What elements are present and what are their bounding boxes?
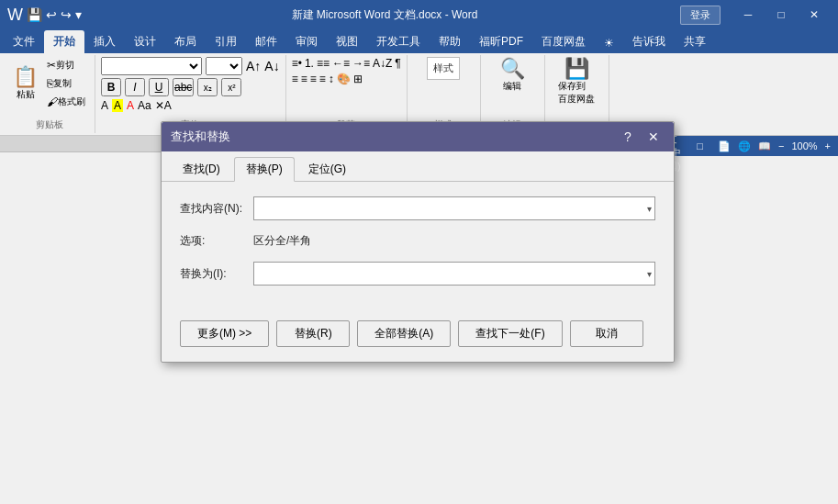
clear-format-icon[interactable]: ✕A (155, 99, 172, 112)
bold-button[interactable]: B (101, 78, 121, 96)
tab-share[interactable]: 共享 (675, 30, 715, 53)
tab-sun[interactable]: ☀ (595, 33, 623, 53)
strikethrough-button[interactable]: abc (173, 78, 194, 96)
multilevel-icon[interactable]: ≡≡ (317, 57, 330, 70)
dialog-close-button[interactable]: ✕ (642, 128, 665, 146)
find-content-input[interactable] (253, 196, 655, 220)
zoom-out-icon[interactable]: − (778, 140, 784, 151)
borders-icon[interactable]: ⊞ (353, 73, 363, 85)
copy-button[interactable]: ⎘复制 (43, 75, 89, 92)
login-button[interactable]: 登录 (680, 6, 721, 25)
maximize-button[interactable]: □ (765, 0, 798, 29)
cut-button[interactable]: ✂剪切 (43, 57, 89, 73)
replace-row: 替换为(I): ▾ (180, 262, 655, 286)
shrink-font-icon[interactable]: A↓ (264, 59, 279, 73)
tab-home[interactable]: 开始 (44, 30, 84, 53)
justify-icon[interactable]: ≡ (319, 73, 326, 85)
font-size-aa[interactable]: Aa (138, 99, 151, 112)
tab-layout[interactable]: 布局 (165, 30, 206, 53)
align-left-icon[interactable]: ≡ (292, 73, 298, 85)
find-next-button[interactable]: 查找下一处(F) (458, 320, 562, 347)
decrease-indent-icon[interactable]: ←≡ (332, 57, 350, 70)
customize-icon[interactable]: ▾ (75, 7, 82, 22)
bullets-icon[interactable]: ≡• (292, 57, 302, 70)
dialog-tab-find[interactable]: 查找(D) (171, 157, 232, 182)
copy-label: 复制 (53, 77, 72, 90)
baidu-save-button[interactable]: 💾 保存到百度网盘 (554, 57, 598, 107)
save-icon[interactable]: 💾 (27, 7, 42, 22)
tab-mail[interactable]: 邮件 (246, 30, 286, 53)
find-label-btn: 编辑 (503, 80, 521, 93)
tab-review[interactable]: 审阅 (286, 30, 327, 53)
view-web-icon[interactable]: 🌐 (738, 140, 751, 152)
format-painter-icon: 🖌 (47, 95, 58, 108)
baidu-save-icon: 💾 (564, 59, 589, 79)
replace-all-button[interactable]: 全部替换(A) (357, 320, 451, 347)
undo-icon[interactable]: ↩ (46, 7, 57, 22)
increase-indent-icon[interactable]: →≡ (352, 57, 370, 70)
close-button[interactable]: ✕ (798, 0, 831, 29)
styles-gallery[interactable]: 样式 (427, 57, 460, 80)
subscript-button[interactable]: x₂ (197, 78, 218, 96)
dialog-tab-replace[interactable]: 替换(P) (234, 157, 295, 182)
app-window: W 💾 ↩ ↪ ▾ 新建 Microsoft Word 文档.docx - Wo… (0, 0, 838, 504)
tab-view[interactable]: 视图 (327, 30, 367, 53)
tab-baidu[interactable]: 百度网盘 (532, 30, 595, 53)
more-button[interactable]: 更多(M) >> (180, 320, 269, 347)
align-center-icon[interactable]: ≡ (301, 73, 307, 85)
italic-button[interactable]: I (125, 78, 145, 96)
find-row: 查找内容(N): ▾ (180, 196, 655, 220)
replace-content-input[interactable] (253, 262, 655, 286)
show-formatting-icon[interactable]: ¶ (395, 57, 400, 70)
copy-icon: ⎘ (47, 77, 53, 90)
find-replace-dialog: 查找和替换 ? ✕ 查找(D) 替换(P) 定位(G) 查找内容(N): ▾ 选… (161, 121, 675, 363)
tab-tellme[interactable]: 告诉我 (623, 30, 675, 53)
font-family-select[interactable] (101, 57, 202, 75)
replace-button[interactable]: 替换(R) (276, 320, 350, 347)
dialog-tab-goto[interactable]: 定位(G) (296, 157, 358, 182)
grow-font-icon[interactable]: A↑ (246, 59, 261, 73)
line-spacing-icon[interactable]: ↕ (329, 73, 334, 85)
highlight-color-icon[interactable]: A (112, 99, 123, 112)
sort-icon[interactable]: A↓Z (373, 57, 392, 70)
dialog-help-button[interactable]: ? (617, 128, 639, 146)
clipboard-group-label: 剪贴板 (36, 117, 63, 131)
tab-foxit[interactable]: 福昕PDF (470, 30, 532, 53)
format-painter-button[interactable]: 🖌格式刷 (43, 94, 89, 110)
text-color-icon[interactable]: A (101, 99, 108, 112)
tab-dev[interactable]: 开发工具 (367, 30, 430, 53)
cancel-button[interactable]: 取消 (570, 320, 643, 347)
numbering-icon[interactable]: 1. (305, 57, 314, 70)
paste-button[interactable]: 📋 粘贴 (9, 65, 41, 103)
status-right: 📄 🌐 📖 − 100% + (718, 140, 831, 152)
font-size-select[interactable] (206, 57, 242, 75)
app-icon: W (7, 6, 23, 25)
underline-button[interactable]: U (149, 78, 169, 96)
options-row: 选项: 区分全/半角 (180, 233, 655, 249)
paste-icon: 📋 (13, 67, 38, 87)
dialog-tabs: 查找(D) 替换(P) 定位(G) (162, 151, 674, 182)
tab-insert[interactable]: 插入 (84, 30, 125, 53)
view-print-icon[interactable]: 📄 (718, 140, 731, 152)
view-read-icon[interactable]: 📖 (758, 140, 771, 152)
quick-access-toolbar: W 💾 ↩ ↪ ▾ (7, 6, 82, 25)
font-color-icon[interactable]: A (127, 99, 134, 112)
align-right-icon[interactable]: ≡ (310, 73, 317, 85)
cut-icon: ✂ (47, 59, 56, 72)
ribbon-tabs: 文件 开始 插入 设计 布局 引用 邮件 审阅 视图 开发工具 帮助 福昕PDF… (0, 29, 838, 53)
find-content-label: 查找内容(N): (180, 201, 253, 217)
tab-reference[interactable]: 引用 (206, 30, 246, 53)
options-label: 选项: (180, 233, 253, 249)
ruler-content (4, 140, 109, 149)
tab-help[interactable]: 帮助 (430, 30, 470, 53)
dialog-footer: 更多(M) >> 替换(R) 全部替换(A) 查找下一处(F) 取消 (162, 313, 674, 362)
redo-icon[interactable]: ↪ (61, 7, 72, 22)
find-icon: 🔍 (500, 59, 525, 79)
shading-icon[interactable]: 🎨 (337, 73, 351, 85)
tab-file[interactable]: 文件 (4, 30, 44, 53)
minimize-button[interactable]: ─ (732, 0, 765, 29)
zoom-in-icon[interactable]: + (825, 140, 831, 151)
tab-design[interactable]: 设计 (125, 30, 165, 53)
superscript-button[interactable]: x² (221, 78, 241, 96)
find-button[interactable]: 🔍 编辑 (497, 57, 529, 95)
